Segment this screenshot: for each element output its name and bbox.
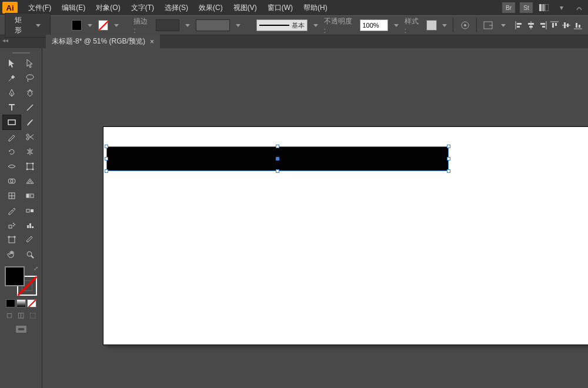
fill-dropdown[interactable] bbox=[86, 20, 93, 31]
variable-width-dropdown[interactable] bbox=[235, 20, 242, 31]
svg-point-33 bbox=[32, 169, 34, 170]
resize-handle-tr[interactable] bbox=[447, 145, 450, 148]
align-bottom-icon[interactable] bbox=[573, 20, 583, 31]
arrange-docs-icon[interactable] bbox=[537, 2, 550, 13]
selected-rectangle[interactable] bbox=[107, 147, 448, 170]
swap-fill-stroke-icon[interactable]: ⤢ bbox=[34, 265, 38, 272]
perspective-grid-tool-icon[interactable] bbox=[21, 174, 39, 188]
stroke-swatch[interactable] bbox=[98, 20, 108, 31]
magic-wand-tool-icon[interactable] bbox=[3, 71, 21, 85]
fill-stroke-indicator[interactable]: ⤢ bbox=[5, 266, 37, 296]
rotate-tool-icon[interactable] bbox=[3, 145, 21, 159]
gradient-tool-icon[interactable] bbox=[21, 189, 39, 203]
color-mode-solid[interactable] bbox=[6, 299, 15, 307]
resize-handle-tl[interactable] bbox=[105, 145, 108, 148]
svg-rect-20 bbox=[567, 24, 569, 27]
app-logo: Ai bbox=[2, 2, 18, 14]
fill-color-box[interactable] bbox=[5, 266, 25, 286]
artboard-tool-icon[interactable] bbox=[3, 233, 21, 247]
canvas-area[interactable] bbox=[42, 48, 588, 388]
document-tab[interactable]: 未标题-8* @ 51% (RGB/预览) × bbox=[46, 35, 160, 48]
menu-help[interactable]: 帮助(H) bbox=[299, 1, 332, 15]
align-to-dropdown[interactable] bbox=[500, 20, 507, 31]
column-graph-tool-icon[interactable] bbox=[21, 218, 39, 232]
menu-view[interactable]: 视图(V) bbox=[229, 1, 262, 15]
svg-rect-47 bbox=[29, 223, 31, 228]
menu-window[interactable]: 窗口(W) bbox=[263, 1, 298, 15]
resize-handle-tm[interactable] bbox=[276, 145, 279, 148]
panel-collapse-icon[interactable]: ◂◂ bbox=[2, 37, 11, 45]
scissors-tool-icon[interactable] bbox=[21, 130, 39, 144]
variable-width-field[interactable] bbox=[196, 19, 230, 31]
resize-handle-ml[interactable] bbox=[105, 157, 108, 160]
svg-rect-10 bbox=[528, 23, 534, 25]
draw-inside-icon[interactable]: ⬚ bbox=[28, 311, 38, 319]
selection-tool-icon[interactable] bbox=[3, 56, 21, 71]
screen-mode-icon[interactable] bbox=[12, 324, 30, 336]
resize-handle-br[interactable] bbox=[447, 169, 450, 173]
fill-swatch[interactable] bbox=[72, 20, 82, 31]
zoom-tool-icon[interactable] bbox=[21, 247, 39, 262]
pencil-tool-icon[interactable] bbox=[3, 130, 21, 144]
selection-type-dropdown[interactable]: 矩形 bbox=[5, 13, 51, 38]
svg-rect-7 bbox=[517, 23, 522, 25]
stroke-dropdown[interactable] bbox=[113, 20, 120, 31]
free-transform-tool-icon[interactable] bbox=[21, 159, 39, 173]
tab-close-icon[interactable]: × bbox=[150, 38, 154, 46]
reflect-tool-icon[interactable] bbox=[21, 145, 39, 159]
svg-point-45 bbox=[13, 225, 14, 226]
stroke-weight-dropdown[interactable] bbox=[184, 20, 191, 31]
width-tool-icon[interactable] bbox=[3, 159, 21, 173]
mesh-tool-icon[interactable] bbox=[3, 189, 21, 203]
align-vcenter-icon[interactable] bbox=[561, 20, 572, 31]
lasso-tool-icon[interactable] bbox=[21, 71, 39, 85]
paintbrush-tool-icon[interactable] bbox=[21, 115, 39, 129]
line-tool-icon[interactable] bbox=[21, 101, 39, 115]
type-tool-icon[interactable] bbox=[3, 101, 21, 115]
rectangle-tool-icon[interactable] bbox=[3, 115, 21, 129]
menu-type[interactable]: 文字(T) bbox=[126, 1, 159, 15]
hand-tool-icon[interactable] bbox=[3, 247, 21, 262]
draw-normal-icon[interactable]: ◻ bbox=[5, 311, 14, 319]
resize-handle-bl[interactable] bbox=[105, 169, 108, 173]
stroke-weight-field[interactable] bbox=[156, 19, 180, 31]
align-top-icon[interactable] bbox=[549, 20, 560, 31]
menu-select[interactable]: 选择(S) bbox=[160, 1, 193, 15]
direct-selection-tool-icon[interactable] bbox=[21, 56, 39, 71]
opacity-field[interactable]: 100% bbox=[360, 19, 389, 31]
draw-behind-icon[interactable]: ◫ bbox=[16, 311, 26, 319]
color-mode-gradient[interactable] bbox=[16, 299, 26, 307]
resize-handle-bm[interactable] bbox=[276, 169, 279, 173]
align-to-icon[interactable] bbox=[482, 18, 495, 32]
svg-rect-53 bbox=[18, 327, 25, 331]
toolbox-grip[interactable] bbox=[4, 51, 39, 55]
curvature-tool-icon[interactable] bbox=[21, 86, 39, 100]
pen-tool-icon[interactable] bbox=[3, 86, 21, 100]
blend-tool-icon[interactable] bbox=[21, 203, 39, 218]
gpu-sniffer-icon[interactable] bbox=[573, 2, 586, 13]
eyedropper-tool-icon[interactable] bbox=[3, 203, 21, 218]
symbol-sprayer-tool-icon[interactable] bbox=[3, 218, 21, 232]
center-point-handle[interactable] bbox=[276, 157, 279, 160]
bridge-button[interactable]: Br bbox=[502, 2, 515, 13]
stock-button[interactable]: St bbox=[520, 2, 533, 13]
align-hcenter-icon[interactable] bbox=[526, 20, 536, 31]
menu-edit[interactable]: 编辑(E) bbox=[57, 1, 90, 15]
align-right-icon[interactable] bbox=[537, 20, 548, 31]
style-swatch[interactable] bbox=[426, 20, 436, 31]
color-mode-none[interactable] bbox=[27, 299, 36, 307]
arrange-dropdown-icon[interactable]: ▾ bbox=[555, 2, 568, 13]
slice-tool-icon[interactable] bbox=[21, 233, 39, 247]
resize-handle-mr[interactable] bbox=[447, 157, 450, 160]
shape-builder-tool-icon[interactable] bbox=[3, 174, 21, 188]
opacity-dropdown[interactable] bbox=[393, 20, 400, 31]
brush-dropdown[interactable] bbox=[312, 20, 319, 31]
svg-point-43 bbox=[13, 223, 14, 224]
menu-effect[interactable]: 效果(C) bbox=[194, 1, 228, 15]
align-left-icon[interactable] bbox=[514, 20, 524, 31]
menu-object[interactable]: 对象(O) bbox=[91, 1, 125, 15]
recolor-icon[interactable] bbox=[458, 18, 472, 32]
svg-rect-48 bbox=[32, 226, 34, 228]
style-dropdown[interactable] bbox=[442, 20, 449, 31]
brush-definition-dropdown[interactable]: 基本 bbox=[256, 19, 308, 31]
